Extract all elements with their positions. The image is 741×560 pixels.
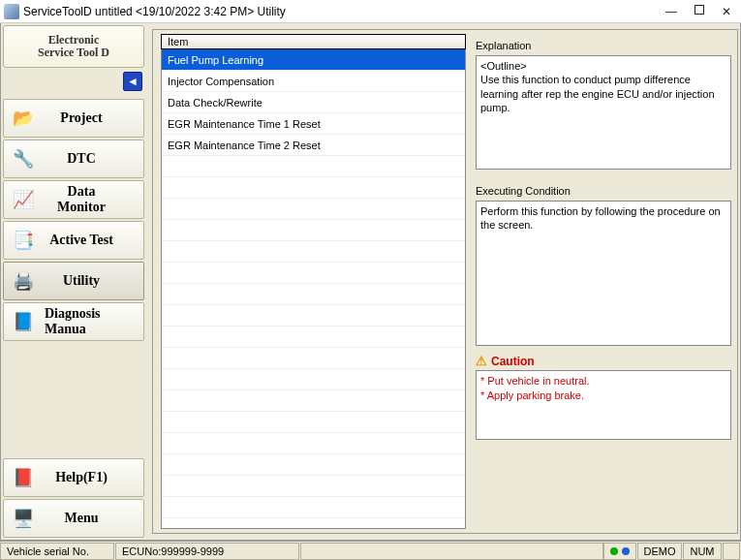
list-item <box>162 241 465 263</box>
nav-utility[interactable]: 🖨️ Utility <box>3 262 144 300</box>
list-item[interactable]: Data Check/Rewrite <box>162 92 465 113</box>
status-end <box>723 543 740 560</box>
nav-dtc[interactable]: 🔧 DTC <box>3 140 144 178</box>
list-item <box>162 177 465 199</box>
list-item <box>162 412 465 433</box>
item-list[interactable]: Fuel Pump Learning Injector Compensation… <box>161 49 466 529</box>
explanation-label: Explanation <box>476 40 731 51</box>
close-button[interactable]: ✕ <box>722 5 731 18</box>
blue-dot-icon <box>622 547 630 555</box>
green-dot-icon <box>610 547 618 555</box>
executing-condition-label: Executing Condition <box>476 185 731 197</box>
maximize-button[interactable] <box>695 5 704 15</box>
caution-box: * Put vehicle in neutral. * Apply parkin… <box>476 370 731 440</box>
utility-icon: 🖨️ <box>10 269 37 293</box>
item-list-panel: Item Fuel Pump Learning Injector Compens… <box>161 34 466 529</box>
nav-active-test[interactable]: 📑 Active Test <box>3 221 144 260</box>
nav-menu-label: Menu <box>45 511 138 526</box>
list-item <box>162 497 465 518</box>
list-item <box>162 518 465 529</box>
nav-help[interactable]: 📕 Help(F1) <box>3 458 144 497</box>
explanation-box: <Outline> Use this function to conduct p… <box>476 55 731 170</box>
nav-diagnosis-manual-label: Diagnosis Manua <box>45 306 138 337</box>
list-item <box>162 199 465 220</box>
folder-icon: 📂 <box>10 107 37 130</box>
window-controls: — ✕ <box>665 5 737 18</box>
titlebar: ServiceToolD untitled <19/10/2022 3:42 P… <box>0 0 741 23</box>
executing-condition-body: Perform this function by following the p… <box>480 204 726 233</box>
list-item <box>162 327 465 348</box>
nav-project[interactable]: 📂 Project <box>3 99 144 138</box>
nav-project-label: Project <box>45 110 138 126</box>
nav-dtc-label: DTC <box>45 151 138 167</box>
list-item <box>162 156 465 177</box>
caution-line2: * Apply parking brake. <box>480 389 726 403</box>
list-item <box>162 433 465 454</box>
list-item <box>162 263 465 284</box>
help-icon: 📕 <box>10 466 37 489</box>
status-num: NUM <box>683 543 722 560</box>
list-item <box>162 390 465 412</box>
list-item <box>162 454 465 476</box>
menu-icon: 🖥️ <box>10 507 37 530</box>
monitor-icon: 📈 <box>10 188 37 211</box>
nav-menu[interactable]: 🖥️ Menu <box>3 499 144 538</box>
status-bar: Vehicle serial No. ECUNo:999999-9999 DEM… <box>0 541 741 560</box>
status-demo: DEMO <box>637 543 682 560</box>
list-item <box>162 220 465 241</box>
book-icon: 📘 <box>10 310 37 333</box>
list-item <box>162 348 465 369</box>
details-column: Explanation <Outline> Use this function … <box>476 34 735 529</box>
warning-icon: ⚠ <box>476 354 487 368</box>
explanation-outline: <Outline> <box>480 59 726 73</box>
list-item <box>162 284 465 305</box>
list-item[interactable]: EGR Maintenance Time 2 Reset <box>162 135 465 156</box>
brand-panel: Electronic Service Tool D <box>3 25 144 68</box>
status-indicator <box>603 543 636 560</box>
arrow-left-icon: ◄ <box>127 75 139 88</box>
nav-data-monitor-label: Data Monitor <box>45 184 138 215</box>
nav-active-test-label: Active Test <box>45 233 138 248</box>
list-item <box>162 369 465 390</box>
back-button[interactable]: ◄ <box>123 72 142 91</box>
list-item[interactable]: EGR Maintenance Time 1 Reset <box>162 113 465 135</box>
minimize-button[interactable]: — <box>665 5 677 18</box>
window-title: ServiceToolD untitled <19/10/2022 3:42 P… <box>23 5 665 18</box>
list-item <box>162 476 465 497</box>
nav-help-label: Help(F1) <box>45 470 138 485</box>
item-list-header: Item <box>161 34 466 49</box>
test-icon: 📑 <box>10 229 37 252</box>
caution-label: Caution <box>491 355 535 368</box>
dtc-icon: 🔧 <box>10 147 37 171</box>
caution-header: ⚠ Caution <box>476 354 731 368</box>
list-item[interactable]: Fuel Pump Learning <box>162 49 465 71</box>
nav-data-monitor[interactable]: 📈 Data Monitor <box>3 180 144 219</box>
status-serial: Vehicle serial No. <box>0 543 114 560</box>
sidebar: Electronic Service Tool D ◄ 📂 Project 🔧 … <box>1 23 146 540</box>
brand-line2: Service Tool D <box>38 47 109 59</box>
status-ecu: ECUNo:999999-9999 <box>115 543 299 560</box>
nav-diagnosis-manual[interactable]: 📘 Diagnosis Manua <box>3 302 144 341</box>
app-icon <box>4 4 19 19</box>
list-item[interactable]: Injector Compensation <box>162 71 465 92</box>
explanation-body: Use this function to conduct pump differ… <box>480 73 726 114</box>
executing-condition-box: Perform this function by following the p… <box>476 201 731 346</box>
status-spacer <box>300 543 603 560</box>
caution-line1: * Put vehicle in neutral. <box>480 374 726 389</box>
list-item <box>162 305 465 327</box>
nav-utility-label: Utility <box>45 273 138 289</box>
